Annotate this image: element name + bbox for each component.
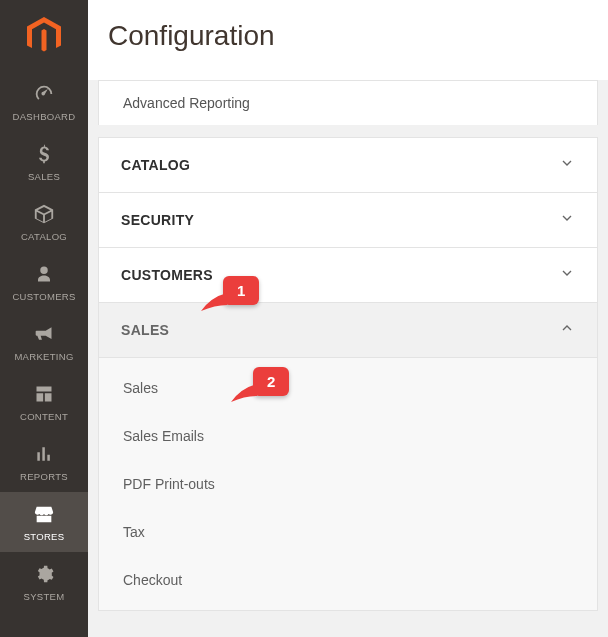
section-customers[interactable]: CUSTOMERS: [98, 247, 598, 303]
nav-catalog[interactable]: CATALOG: [0, 192, 88, 252]
sales-item-sales-emails[interactable]: Sales Emails: [99, 412, 597, 460]
config-item-advanced-reporting[interactable]: Advanced Reporting: [98, 80, 598, 125]
dollar-icon: [34, 142, 54, 166]
sales-item-checkout[interactable]: Checkout: [99, 556, 597, 604]
chevron-down-icon: [559, 155, 575, 175]
nav-system[interactable]: SYSTEM: [0, 552, 88, 612]
chevron-down-icon: [559, 265, 575, 285]
person-icon: [35, 262, 53, 286]
nav-label: SALES: [28, 171, 60, 182]
sales-subsection: Sales Sales Emails PDF Print-outs Tax Ch…: [98, 358, 598, 611]
section-label: SECURITY: [121, 212, 194, 228]
magento-logo[interactable]: [0, 0, 88, 72]
section-label: CATALOG: [121, 157, 190, 173]
section-label: SALES: [121, 322, 169, 338]
nav-marketing[interactable]: MARKETING: [0, 312, 88, 372]
store-icon: [33, 502, 55, 526]
main-content: Configuration Advanced Reporting CATALOG…: [88, 0, 608, 637]
nav-label: REPORTS: [20, 471, 68, 482]
nav-customers[interactable]: CUSTOMERS: [0, 252, 88, 312]
nav-label: STORES: [24, 531, 65, 542]
megaphone-icon: [33, 322, 55, 346]
sales-item-tax[interactable]: Tax: [99, 508, 597, 556]
nav-label: CUSTOMERS: [12, 291, 75, 302]
sales-item-sales[interactable]: Sales: [99, 364, 597, 412]
section-catalog[interactable]: CATALOG: [98, 137, 598, 193]
chevron-down-icon: [559, 210, 575, 230]
section-label: CUSTOMERS: [121, 267, 213, 283]
nav-label: SYSTEM: [24, 591, 65, 602]
nav-reports[interactable]: REPORTS: [0, 432, 88, 492]
nav-label: DASHBOARD: [13, 111, 76, 122]
nav-label: CONTENT: [20, 411, 68, 422]
section-sales[interactable]: SALES: [98, 302, 598, 358]
magento-logo-icon: [27, 17, 61, 55]
config-panel: Advanced Reporting CATALOG SECURITY CUST…: [88, 80, 608, 637]
nav-content[interactable]: CONTENT: [0, 372, 88, 432]
gear-icon: [34, 562, 54, 586]
nav-label: MARKETING: [14, 351, 73, 362]
nav-dashboard[interactable]: DASHBOARD: [0, 72, 88, 132]
sales-item-pdf-printouts[interactable]: PDF Print-outs: [99, 460, 597, 508]
admin-sidebar: DASHBOARD SALES CATALOG CUSTOMERS MARKET…: [0, 0, 88, 637]
chevron-up-icon: [559, 320, 575, 340]
nav-sales[interactable]: SALES: [0, 132, 88, 192]
nav-stores[interactable]: STORES: [0, 492, 88, 552]
layout-icon: [34, 382, 54, 406]
box-icon: [33, 202, 55, 226]
gauge-icon: [33, 82, 55, 106]
bar-chart-icon: [34, 442, 54, 466]
nav-label: CATALOG: [21, 231, 67, 242]
page-title: Configuration: [88, 0, 608, 80]
section-security[interactable]: SECURITY: [98, 192, 598, 248]
